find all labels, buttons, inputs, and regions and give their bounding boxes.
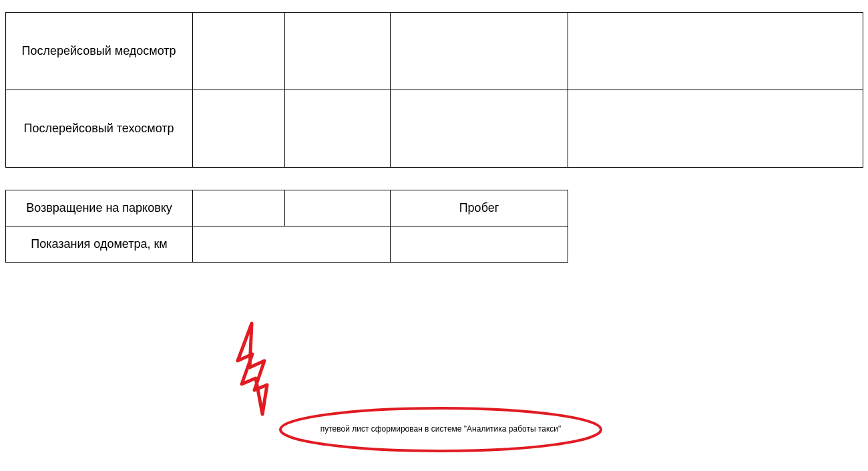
table-row: Послерейсовый техосмотр (6, 90, 863, 168)
inspections-table: Послерейсовый медосмотр Послерейсовый те… (5, 12, 863, 168)
odometer-value-cell (193, 226, 391, 263)
annotation-svg (227, 321, 654, 468)
post-trip-med-cell-4 (391, 13, 568, 90)
post-trip-tech-cell-5 (568, 90, 863, 168)
return-parking-label: Возвращение на парковку (6, 190, 193, 226)
mileage-value-cell (391, 226, 568, 263)
page: Послерейсовый медосмотр Послерейсовый те… (0, 0, 868, 471)
post-trip-tech-cell-2 (193, 90, 285, 168)
post-trip-med-cell-2 (193, 13, 285, 90)
return-parking-cell-2 (193, 190, 285, 226)
table-row: Возвращение на парковку Пробег (6, 190, 568, 226)
return-mileage-table: Возвращение на парковку Пробег Показания… (5, 190, 568, 263)
odometer-label: Показания одометра, км (6, 226, 193, 263)
post-trip-med-label: Послерейсовый медосмотр (6, 13, 193, 90)
table-row: Показания одометра, км (6, 226, 568, 263)
post-trip-tech-label: Послерейсовый техосмотр (6, 90, 193, 168)
return-parking-cell-3 (285, 190, 391, 226)
post-trip-tech-cell-4 (391, 90, 568, 168)
mileage-label: Пробег (391, 190, 568, 226)
lightning-arrow-icon (238, 323, 267, 414)
footnote-text: путевой лист сформирован в системе "Анал… (227, 424, 654, 434)
post-trip-tech-cell-3 (285, 90, 391, 168)
post-trip-med-cell-3 (285, 13, 391, 90)
post-trip-med-cell-5 (568, 13, 863, 90)
table-row: Послерейсовый медосмотр (6, 13, 863, 90)
annotation-overlay: путевой лист сформирован в системе "Анал… (227, 321, 654, 468)
